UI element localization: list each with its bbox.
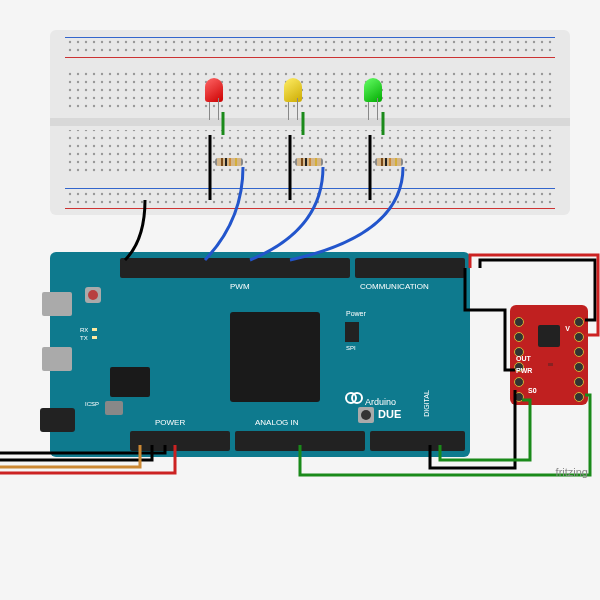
analog-in-label: ANALOG IN: [255, 418, 299, 427]
usb-programming-port: [42, 292, 72, 316]
arduino-due-board: Arduino DUE COMMUNICATION POWER ANALOG I…: [50, 252, 470, 457]
attribution-text: fritzing: [556, 466, 588, 478]
resistor-3: [375, 158, 403, 166]
header-digital-pwm: [120, 258, 350, 278]
pwm-label: PWM: [230, 282, 250, 291]
resistor-2: [295, 158, 323, 166]
rx-led-icon: [92, 328, 97, 331]
power-led-label: Power: [346, 310, 366, 317]
tx-led-icon: [92, 336, 97, 339]
svg-rect-3: [68, 68, 554, 112]
communication-label: COMMUNICATION: [360, 282, 429, 291]
sensor-chip: [538, 325, 560, 347]
digital-label: DIGITAL: [423, 390, 430, 417]
sensor-out-label: OUT: [516, 355, 531, 362]
reset-button[interactable]: [85, 287, 101, 303]
led-yellow: [284, 78, 302, 102]
sensor-vin-label: V: [565, 325, 570, 332]
sensor-led-icon: [548, 363, 553, 366]
power-label: POWER: [155, 418, 185, 427]
board-model: DUE: [378, 408, 401, 420]
svg-rect-2: [68, 47, 554, 53]
svg-rect-6: [68, 198, 554, 204]
circuit-diagram: Arduino DUE COMMUNICATION POWER ANALOG I…: [0, 0, 600, 600]
svg-rect-1: [68, 39, 554, 45]
led-green: [364, 78, 382, 102]
header-power: [130, 431, 230, 451]
header-communication: [355, 258, 465, 278]
secondary-chip: [110, 367, 150, 397]
svg-rect-4: [68, 130, 554, 174]
wire-sensor-pin: [465, 268, 515, 370]
led-red: [205, 78, 223, 102]
erase-button[interactable]: [358, 407, 374, 423]
sensor-breakout-board: OUT PWR S0 V: [510, 305, 588, 405]
arduino-logo-icon: [345, 392, 363, 404]
spi-header: [345, 322, 359, 342]
icsp-label: ICSP: [85, 401, 99, 407]
header-digital-2x: [370, 431, 465, 451]
regulator: [105, 401, 123, 415]
spi-label: SPI: [346, 345, 356, 351]
breadboard: [50, 30, 570, 215]
board-brand: Arduino: [365, 397, 396, 407]
rx-led-label: RX: [80, 327, 88, 333]
usb-native-port: [42, 347, 72, 371]
sensor-pwr-label: PWR: [516, 367, 532, 374]
sensor-right-pins: [574, 317, 584, 402]
resistor-1: [215, 158, 243, 166]
svg-rect-5: [68, 190, 554, 196]
breadboard-holes: [50, 30, 570, 215]
main-chip: [230, 312, 320, 402]
sensor-s0-label: S0: [528, 387, 537, 394]
power-jack: [40, 408, 75, 432]
tx-led-label: TX: [80, 335, 88, 341]
header-analog-in: [235, 431, 365, 451]
